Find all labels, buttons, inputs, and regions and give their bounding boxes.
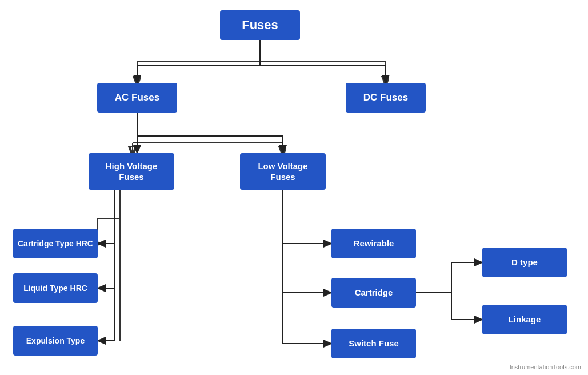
watermark: InstrumentationTools.com bbox=[510, 364, 581, 370]
switch-fuse-node: Switch Fuse bbox=[331, 329, 416, 358]
liquid-hrc-node: Liquid Type HRC bbox=[13, 273, 98, 303]
ac-fuses-node: AC Fuses bbox=[97, 83, 177, 113]
fuses-node: Fuses bbox=[220, 10, 300, 40]
expulsion-node: Expulsion Type bbox=[13, 326, 98, 356]
lv-fuses-node: Low Voltage Fuses bbox=[240, 153, 326, 190]
rewirable-node: Rewirable bbox=[331, 229, 416, 258]
d-type-node: D type bbox=[482, 248, 567, 277]
hv-fuses-node: High Voltage Fuses bbox=[89, 153, 174, 190]
cartridge-node: Cartridge bbox=[331, 278, 416, 308]
linkage-node: Linkage bbox=[482, 305, 567, 334]
dc-fuses-node: DC Fuses bbox=[346, 83, 426, 113]
cartridge-hrc-node: Cartridge Type HRC bbox=[13, 229, 98, 258]
